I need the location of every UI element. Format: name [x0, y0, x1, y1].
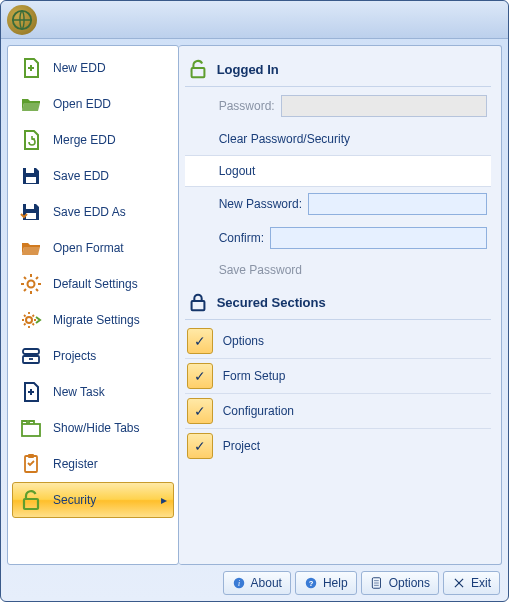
logged-in-header: Logged In [185, 52, 491, 87]
padlock-open-icon [19, 488, 43, 512]
password-row: Password: [185, 89, 491, 123]
svg-rect-3 [26, 204, 34, 209]
logout-link[interactable]: Logout [185, 155, 491, 187]
options-button[interactable]: Options [361, 571, 439, 595]
menu-item-new-edd[interactable]: New EDD [12, 50, 174, 86]
menu-item-migrate-settings[interactable]: Migrate Settings [12, 302, 174, 338]
help-button[interactable]: ? Help [295, 571, 357, 595]
svg-text:i: i [238, 579, 240, 588]
menu-item-label: Migrate Settings [53, 313, 140, 327]
check-toggle[interactable]: ✓ [187, 398, 213, 424]
save-password-link[interactable]: Save Password [185, 255, 491, 285]
menu-item-label: New Task [53, 385, 105, 399]
app-logo-icon[interactable] [7, 5, 37, 35]
menu-item-default-settings[interactable]: Default Settings [12, 266, 174, 302]
svg-point-5 [28, 281, 35, 288]
gear-arrow-icon [19, 308, 43, 332]
svg-rect-1 [26, 168, 34, 173]
titlebar [1, 1, 508, 39]
tabs-icon [19, 416, 43, 440]
menu-item-register[interactable]: Register [12, 446, 174, 482]
confirm-password-row: Confirm: [185, 221, 491, 255]
menu-item-save-edd-as[interactable]: Save EDD As [12, 194, 174, 230]
file-refresh-icon [19, 128, 43, 152]
gear-icon [19, 272, 43, 296]
check-toggle[interactable]: ✓ [187, 328, 213, 354]
menu-item-projects[interactable]: Projects [12, 338, 174, 374]
secured-section-label: Configuration [223, 404, 294, 418]
secured-section-item[interactable]: ✓Form Setup [185, 359, 491, 394]
svg-rect-2 [26, 177, 36, 183]
padlock-icon [187, 291, 209, 313]
help-icon: ? [304, 576, 318, 590]
info-icon: i [232, 576, 246, 590]
about-label: About [251, 576, 282, 590]
secured-sections-title: Secured Sections [217, 295, 326, 310]
close-icon [452, 576, 466, 590]
svg-rect-15 [191, 301, 204, 310]
options-label: Options [389, 576, 430, 590]
secured-section-label: Form Setup [223, 369, 286, 383]
menu-item-open-edd[interactable]: Open EDD [12, 86, 174, 122]
menu-item-merge-edd[interactable]: Merge EDD [12, 122, 174, 158]
exit-button[interactable]: Exit [443, 571, 500, 595]
menu-item-label: Projects [53, 349, 96, 363]
secured-section-label: Project [223, 439, 260, 453]
menu-item-label: Register [53, 457, 98, 471]
svg-rect-14 [191, 68, 204, 77]
secured-sections-list: ✓Options✓Form Setup✓Configuration✓Projec… [185, 324, 491, 463]
confirm-label: Confirm: [219, 231, 264, 245]
footer-bar: i About ? Help Options Exit [1, 571, 508, 601]
menu-item-label: Merge EDD [53, 133, 116, 147]
logged-in-title: Logged In [217, 62, 279, 77]
menu-item-label: Save EDD [53, 169, 109, 183]
svg-text:?: ? [309, 579, 314, 588]
svg-rect-4 [26, 213, 36, 219]
new-password-label: New Password: [219, 197, 302, 211]
menu-item-label: Show/Hide Tabs [53, 421, 140, 435]
menu-item-label: Default Settings [53, 277, 138, 291]
content-area: New EDDOpen EDDMerge EDDSave EDDSave EDD… [1, 39, 508, 571]
menu-item-save-edd[interactable]: Save EDD [12, 158, 174, 194]
svg-rect-10 [22, 424, 40, 436]
file-plus-icon [19, 380, 43, 404]
help-label: Help [323, 576, 348, 590]
clipboard-icon [19, 452, 43, 476]
svg-point-6 [26, 317, 32, 323]
drawer-icon [19, 344, 43, 368]
check-toggle[interactable]: ✓ [187, 433, 213, 459]
exit-label: Exit [471, 576, 491, 590]
submenu-arrow-icon: ▸ [161, 493, 167, 507]
folder-open-icon [19, 92, 43, 116]
new-password-input[interactable] [308, 193, 487, 215]
file-plus-icon [19, 56, 43, 80]
secured-section-item[interactable]: ✓Configuration [185, 394, 491, 429]
confirm-password-input[interactable] [270, 227, 487, 249]
options-icon [370, 576, 384, 590]
menu-item-open-format[interactable]: Open Format [12, 230, 174, 266]
svg-rect-13 [24, 499, 38, 509]
secured-section-item[interactable]: ✓Project [185, 429, 491, 463]
menu-item-show-hide-tabs[interactable]: Show/Hide Tabs [12, 410, 174, 446]
svg-rect-12 [28, 454, 34, 458]
menu-item-security[interactable]: Security▸ [12, 482, 174, 518]
menu-item-new-task[interactable]: New Task [12, 374, 174, 410]
password-input [281, 95, 487, 117]
menu-item-label: Save EDD As [53, 205, 126, 219]
about-button[interactable]: i About [223, 571, 291, 595]
floppy-icon [19, 164, 43, 188]
check-toggle[interactable]: ✓ [187, 363, 213, 389]
menu-item-label: Open Format [53, 241, 124, 255]
new-password-row: New Password: [185, 187, 491, 221]
secured-section-item[interactable]: ✓Options [185, 324, 491, 359]
menu-item-label: Security [53, 493, 96, 507]
app-window: New EDDOpen EDDMerge EDDSave EDDSave EDD… [0, 0, 509, 602]
floppy-as-icon [19, 200, 43, 224]
secured-sections-header: Secured Sections [185, 285, 491, 320]
menu-item-label: Open EDD [53, 97, 111, 111]
folder-open-icon [19, 236, 43, 260]
security-panel: Logged In Password: Clear Password/Secur… [179, 45, 502, 565]
clear-password-link[interactable]: Clear Password/Security [185, 123, 491, 155]
secured-section-label: Options [223, 334, 264, 348]
password-label: Password: [219, 99, 275, 113]
